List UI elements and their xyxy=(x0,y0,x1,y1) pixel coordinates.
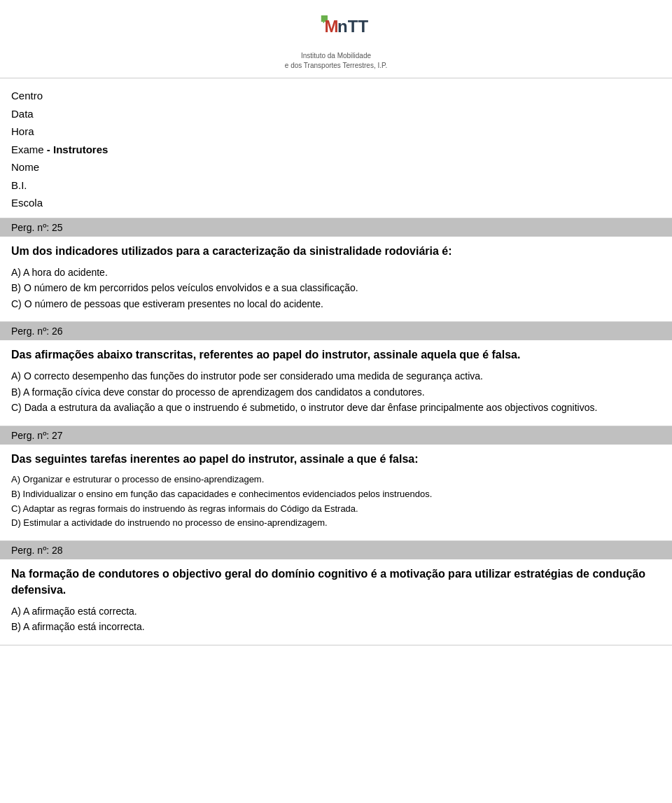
answer-28-b: B) A afirmação está incorrecta. xyxy=(11,619,661,634)
question-body-26: Das afirmações abaixo transcritas, refer… xyxy=(0,340,672,426)
info-centro: Centro xyxy=(11,87,661,105)
svg-text:T: T xyxy=(358,17,368,36)
question-block-26: Perg. nº: 26 Das afirmações abaixo trans… xyxy=(0,322,672,426)
question-body-27: Das seguintes tarefas inerentes ao papel… xyxy=(0,445,672,541)
answer-25-b: B) O número de km percorridos pelos veíc… xyxy=(11,280,661,295)
logo-container: i M n T T Instituto da Mobilidade e dos … xyxy=(285,13,387,71)
question-title-25: Um dos indicadores utilizados para a car… xyxy=(11,244,661,259)
question-label-26: Perg. nº: 26 xyxy=(11,326,63,337)
question-label-28: Perg. nº: 28 xyxy=(11,545,63,556)
answer-26-c: C) Dada a estrutura da avaliação a que o… xyxy=(11,400,661,415)
answer-28-a: A) A afirmação está correcta. xyxy=(11,603,661,619)
question-title-28: Na formação de condutores o objectivo ge… xyxy=(11,566,661,598)
answer-26-b: B) A formação cívica deve constar do pro… xyxy=(11,384,661,400)
question-block-28: Perg. nº: 28 Na formação de condutores o… xyxy=(0,541,672,645)
question-label-25: Perg. nº: 25 xyxy=(11,222,63,233)
question-body-28: Na formação de condutores o objectivo ge… xyxy=(0,559,672,645)
page-wrapper: i M n T T Instituto da Mobilidade e dos … xyxy=(0,0,672,803)
svg-text:n: n xyxy=(337,17,348,36)
info-data: Data xyxy=(11,105,661,123)
svg-text:T: T xyxy=(348,17,358,36)
answer-26-a: A) O correcto desempenho das funções do … xyxy=(11,368,661,384)
question-label-27: Perg. nº: 27 xyxy=(11,430,63,441)
answer-25-a: A) A hora do acidente. xyxy=(11,265,661,280)
question-block-25: Perg. nº: 25 Um dos indicadores utilizad… xyxy=(0,218,672,323)
info-escola: Escola xyxy=(11,194,661,212)
logo-graphic: i M n T T xyxy=(294,13,378,51)
exame-subtitle: - Instrutores xyxy=(47,144,108,155)
question-header-25: Perg. nº: 25 xyxy=(0,218,672,237)
svg-text:M: M xyxy=(325,17,339,36)
question-header-28: Perg. nº: 28 xyxy=(0,541,672,559)
question-title-26: Das afirmações abaixo transcritas, refer… xyxy=(11,347,661,363)
answer-25-c: C) O número de pessoas que estiveram pre… xyxy=(11,296,661,312)
info-exame: Exame - Instrutores xyxy=(11,141,661,159)
info-nome: Nome xyxy=(11,158,661,176)
answer-27-a: A) Organizar e estruturar o processo de … xyxy=(11,473,661,487)
info-section: Centro Data Hora Exame - Instrutores Nom… xyxy=(0,78,672,218)
logo-subtitle: Instituto da Mobilidade e dos Transporte… xyxy=(285,51,387,71)
question-title-27: Das seguintes tarefas inerentes ao papel… xyxy=(11,452,661,467)
answer-27-c: C) Adaptar as regras formais do instruen… xyxy=(11,502,661,517)
question-header-27: Perg. nº: 27 xyxy=(0,426,672,445)
question-block-27: Perg. nº: 27 Das seguintes tarefas inere… xyxy=(0,426,672,542)
question-header-26: Perg. nº: 26 xyxy=(0,322,672,340)
question-body-25: Um dos indicadores utilizados para a car… xyxy=(0,237,672,322)
info-bi: B.I. xyxy=(11,176,661,195)
answer-27-d: D) Estimular a actividade do instruendo … xyxy=(11,516,661,531)
page-header: i M n T T Instituto da Mobilidade e dos … xyxy=(0,0,672,78)
answer-27-b: B) Individualizar o ensino em função das… xyxy=(11,487,661,502)
info-hora: Hora xyxy=(11,123,661,141)
